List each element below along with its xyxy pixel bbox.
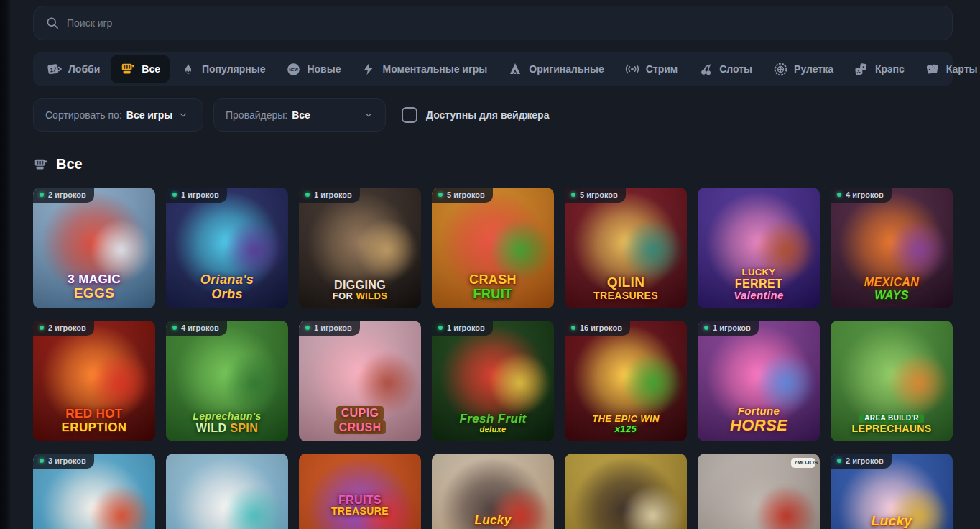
players-count: 1 игроков <box>314 190 352 199</box>
providers-label: Провайдеры: <box>226 109 287 121</box>
tab-all[interactable]: Все <box>111 55 170 83</box>
game-title: MEXICANWAYS <box>833 276 950 301</box>
game-tile[interactable]: 5 игроков CRASHFRUIT <box>432 188 554 308</box>
game-title-line: FRUIT <box>435 288 551 301</box>
game-title: Oriana'sOrbs <box>169 273 285 301</box>
game-tile[interactable]: 1 игроков Fresh Fruitdeluxe <box>432 321 554 441</box>
game-tile[interactable]: 4 игроков MEXICANWAYS <box>831 188 953 308</box>
game-tile[interactable] <box>565 454 687 529</box>
online-dot <box>172 193 177 197</box>
game-tile[interactable]: Lucky <box>432 454 554 529</box>
game-tile[interactable]: 1 игроков DIGGINGFOR WILDS <box>299 188 421 308</box>
art-vignette <box>166 454 288 529</box>
game-art <box>299 454 421 529</box>
games-grid: 2 игроков 3 MAGICEGGS 1 игроков Oriana's… <box>33 188 953 529</box>
tab-label: Крэпс <box>875 63 905 75</box>
players-count: 5 игроков <box>447 190 485 199</box>
players-badge: 2 игроков <box>831 454 892 469</box>
game-title-line: EGGS <box>36 286 152 301</box>
players-count: 1 игроков <box>447 323 485 332</box>
game-tile[interactable] <box>166 454 288 529</box>
game-title: AREA BUILD'RLEPRECHAUNS <box>833 414 950 434</box>
tab-originals[interactable]: Оригинальные <box>498 55 613 83</box>
tab-label: Оригинальные <box>529 63 604 75</box>
players-count: 4 игроков <box>846 190 884 199</box>
wager-checkbox-row[interactable]: Доступны для вейджера <box>402 107 549 123</box>
svg-text:17: 17 <box>50 66 57 73</box>
game-title-line: Lucky <box>833 514 950 529</box>
tab-roulette[interactable]: Рулетка <box>763 55 843 83</box>
game-title: CRASHFRUIT <box>435 273 551 301</box>
game-title-line: WAYS <box>833 289 950 301</box>
players-badge: 5 игроков <box>432 188 493 203</box>
tab-label: Слоты <box>719 63 752 75</box>
tab-stream[interactable]: Стрим <box>615 55 687 83</box>
game-title: 3 MAGICEGGS <box>36 273 152 301</box>
cards-icon <box>925 61 940 77</box>
tab-popular[interactable]: Популярные <box>171 55 274 83</box>
game-title-line: Lucky <box>435 514 551 527</box>
game-title-line: CRUSH <box>302 420 418 434</box>
game-tile[interactable]: AREA BUILD'RLEPRECHAUNS <box>831 321 953 441</box>
tab-slots[interactable]: Слоты <box>688 55 762 83</box>
game-tile[interactable]: FRUITSTREASURE <box>299 454 421 529</box>
search-input[interactable] <box>67 17 940 29</box>
search-bar[interactable] <box>33 6 953 40</box>
game-tile[interactable]: 1 игроков Oriana'sOrbs <box>166 188 288 308</box>
roulette-icon <box>772 61 788 77</box>
game-title-line: ERUPTION <box>36 421 152 434</box>
game-tile[interactable]: 7MOJOS <box>698 454 820 529</box>
players-badge: 5 игроков <box>565 188 626 203</box>
players-badge: 16 игроков <box>565 321 630 336</box>
tab-bar: 17 Лобби Все Популярные NEW Новые Момент… <box>33 52 953 86</box>
players-count: 2 игроков <box>48 323 86 332</box>
online-dot <box>438 193 443 197</box>
game-title-line: RED HOT <box>36 408 152 420</box>
tab-label: Стрим <box>646 63 678 75</box>
game-tile[interactable]: 1 игроков FortuneHORSE <box>698 321 820 441</box>
game-title-line: Oriana's <box>169 273 285 287</box>
sort-dropdown[interactable]: Сортировать по: Все игры <box>33 98 203 132</box>
online-dot <box>305 193 310 197</box>
game-tile[interactable]: LUCKYFERRETValentine <box>698 188 820 308</box>
players-count: 3 игроков <box>48 456 86 465</box>
wager-checkbox[interactable] <box>402 107 417 123</box>
players-count: 4 игроков <box>181 323 219 332</box>
cherries-icon <box>698 61 713 77</box>
tab-instant[interactable]: Моментальные игры <box>351 55 496 83</box>
players-badge: 4 игроков <box>166 321 227 336</box>
tab-craps[interactable]: Крэпс <box>844 55 914 83</box>
tab-lobby[interactable]: 17 Лобби <box>37 55 109 83</box>
game-title: CUPIGCRUSH <box>302 406 418 434</box>
game-title-line: HORSE <box>701 417 817 434</box>
online-dot <box>40 326 44 330</box>
game-title-line: deluxe <box>435 426 551 434</box>
players-count: 2 игроков <box>48 190 86 199</box>
game-title-line: TREASURE <box>302 506 418 517</box>
game-tile[interactable]: 2 игроков RED HOTERUPTION <box>33 321 155 441</box>
game-title-line: 3 MAGIC <box>36 273 152 286</box>
tab-label: Карты <box>946 63 978 75</box>
game-title-line: MEXICAN <box>833 276 950 288</box>
game-tile[interactable]: 2 игроков 3 MAGICEGGS <box>33 188 155 308</box>
game-tile[interactable]: 4 игроков Leprechaun'sWILD SPIN <box>166 321 288 441</box>
game-art <box>166 454 288 529</box>
slot-machine-icon <box>33 157 49 172</box>
tab-new[interactable]: NEW Новые <box>276 55 350 83</box>
game-title-line: WILD SPIN <box>169 422 285 434</box>
game-tile[interactable]: 5 игроков QILINTREASURES <box>565 188 687 308</box>
players-badge: 2 игроков <box>33 321 94 336</box>
tab-cards[interactable]: Карты <box>915 55 980 83</box>
online-dot <box>837 459 841 463</box>
providers-dropdown[interactable]: Провайдеры: Все <box>213 98 386 132</box>
players-badge: 1 игроков <box>299 321 360 336</box>
game-tile[interactable]: 16 игроков THE EPIC WINx125 <box>565 321 687 441</box>
online-dot <box>571 326 575 330</box>
online-dot <box>837 193 841 197</box>
game-tile[interactable]: 1 игроков CUPIGCRUSH <box>299 321 421 441</box>
game-tile[interactable]: 3 игроков ALWAYS UP! <box>33 454 155 529</box>
slot-machine-icon <box>120 61 136 77</box>
game-tile[interactable]: 2 игроков Lucky <box>831 454 953 529</box>
game-title: FRUITSTREASURE <box>302 494 418 517</box>
game-title-line: LEPRECHAUNS <box>833 423 950 434</box>
